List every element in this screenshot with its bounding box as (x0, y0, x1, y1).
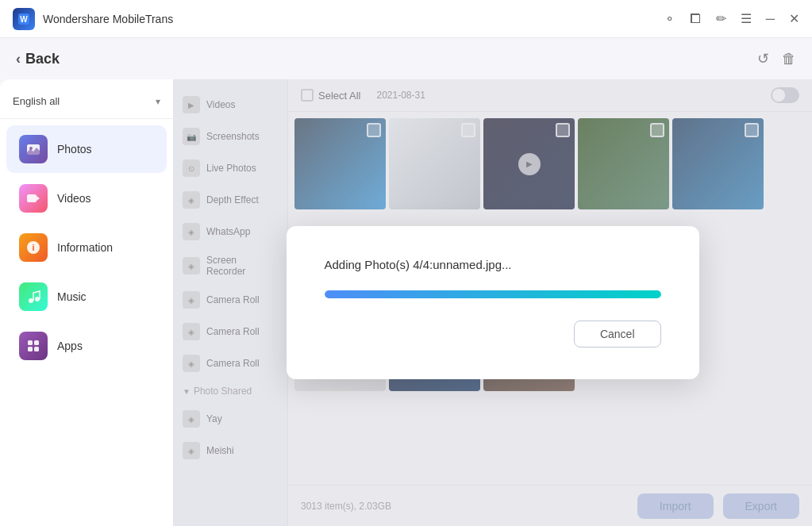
sidebar-item-apps[interactable]: Apps (6, 322, 167, 370)
modal-actions: Cancel (325, 321, 661, 347)
svg-text:i: i (32, 243, 34, 252)
refresh-icon[interactable]: ↺ (757, 50, 769, 67)
svg-point-3 (29, 147, 33, 150)
sidebar-item-label-videos: Videos (57, 192, 91, 205)
back-button[interactable]: ‹ Back (16, 51, 60, 67)
app-logo: W (13, 8, 35, 30)
sidebar: English all ▾ Photos (0, 79, 173, 526)
svg-rect-10 (28, 340, 33, 345)
app-container: ‹ Back ↺ 🗑 English all ▾ (0, 38, 812, 526)
delete-icon[interactable]: 🗑 (782, 51, 796, 67)
svg-point-9 (35, 297, 40, 301)
sidebar-item-information[interactable]: i Information (6, 224, 167, 271)
svg-marker-5 (37, 196, 40, 201)
app-title: Wondershare MobileTrans (43, 13, 664, 25)
sidebar-item-label-music: Music (57, 290, 87, 303)
sidebar-item-photos[interactable]: Photos (6, 125, 167, 173)
svg-text:W: W (20, 15, 28, 24)
svg-point-8 (29, 298, 33, 303)
language-selector[interactable]: English all ▾ (0, 89, 173, 119)
sidebar-item-videos[interactable]: Videos (6, 175, 167, 222)
music-icon (19, 282, 48, 311)
edit-icon[interactable]: ✏ (716, 11, 726, 26)
person-icon[interactable]: ⚬ (664, 11, 675, 26)
sidebar-item-label-apps: Apps (57, 340, 83, 352)
modal-overlay: Adding Photo(s) 4/4:unnamed.jpg... Cance… (173, 79, 812, 526)
progress-bar-track (325, 290, 661, 298)
back-arrow-icon: ‹ (16, 51, 21, 67)
svg-rect-12 (28, 347, 33, 351)
main-content: English all ▾ Photos (0, 79, 812, 526)
language-label: English all (13, 95, 60, 107)
titlebar: W Wondershare MobileTrans ⚬ ⧠ ✏ ☰ ─ ✕ (0, 0, 812, 38)
modal-message: Adding Photo(s) 4/4:unnamed.jpg... (325, 258, 661, 271)
chevron-down-icon: ▾ (156, 96, 160, 107)
svg-rect-11 (34, 340, 39, 345)
svg-rect-13 (34, 347, 39, 351)
videos-icon (19, 184, 48, 213)
progress-bar-fill (325, 290, 661, 298)
svg-rect-4 (27, 194, 37, 202)
app-header: ‹ Back ↺ 🗑 (0, 38, 812, 79)
sidebar-item-label-information: Information (57, 241, 113, 254)
photos-icon (19, 135, 48, 163)
back-label: Back (25, 51, 60, 67)
menu-icon[interactable]: ☰ (741, 11, 752, 26)
header-actions: ↺ 🗑 (757, 50, 796, 67)
sidebar-item-music[interactable]: Music (6, 273, 167, 321)
sidebar-item-label-photos: Photos (57, 143, 92, 155)
information-icon: i (19, 233, 48, 262)
minimize-icon[interactable]: ─ (766, 12, 775, 26)
cancel-button[interactable]: Cancel (574, 321, 661, 347)
progress-modal: Adding Photo(s) 4/4:unnamed.jpg... Cance… (287, 226, 699, 379)
window-controls: ⚬ ⧠ ✏ ☰ ─ ✕ (664, 11, 799, 26)
bookmark-icon[interactable]: ⧠ (689, 12, 702, 26)
content-area: ▶ Videos 📷 Screenshots ⊙ Live Photos ◈ D… (173, 79, 812, 526)
apps-icon (19, 332, 48, 360)
close-icon[interactable]: ✕ (789, 11, 799, 26)
